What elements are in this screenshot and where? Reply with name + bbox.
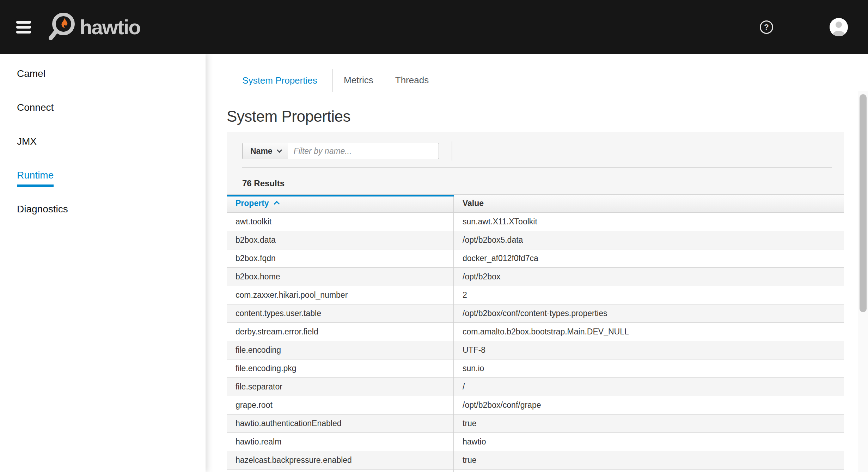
table-row: hawtio.realmhawtio [227, 432, 844, 451]
user-avatar-icon[interactable] [830, 18, 848, 36]
results-count: 76 Results [242, 178, 844, 188]
caret-up-icon [274, 201, 280, 207]
column-header-value-label: Value [463, 199, 484, 208]
property-cell: awt.toolkit [227, 212, 454, 231]
tab-list: System PropertiesMetricsThreads [227, 69, 844, 92]
brand-logo[interactable]: hawtio [45, 11, 140, 44]
sorted-column-indicator [227, 195, 454, 196]
sidebar-nav: CamelConnectJMXRuntimeDiagnostics [0, 54, 206, 472]
value-cell: /opt/b2box [454, 267, 844, 286]
table-row: com.zaxxer.hikari.pool_number2 [227, 286, 844, 304]
question-circle-icon[interactable]: ? [760, 20, 773, 34]
table-row: b2box.data/opt/b2box5.data [227, 231, 844, 249]
table-row-partial [227, 469, 844, 472]
table-row: content.types.user.table/opt/b2box/conf/… [227, 304, 844, 322]
value-cell: 2 [454, 286, 844, 304]
table-row: file.encodingUTF-8 [227, 341, 844, 359]
main-content: System PropertiesMetricsThreads System P… [227, 54, 844, 472]
value-cell: hawtio [454, 432, 844, 451]
value-cell: true [454, 414, 844, 432]
table-body: awt.toolkitsun.awt.X11.XToolkitb2box.dat… [227, 212, 844, 472]
chevron-down-icon [276, 147, 282, 153]
filter-attribute-dropdown[interactable]: Name [242, 143, 288, 159]
tab-threads[interactable]: Threads [384, 69, 440, 92]
filter-attribute-label: Name [250, 146, 273, 156]
value-cell: docker_af012f0fd7ca [454, 249, 844, 267]
table-row: file.separator/ [227, 377, 844, 396]
filter-input[interactable] [288, 143, 439, 159]
tab-metrics[interactable]: Metrics [333, 69, 384, 92]
table-row: hawtio.authenticationEnabledtrue [227, 414, 844, 432]
value-cell: sun.io [454, 359, 844, 377]
property-cell: derby.stream.error.field [227, 322, 454, 341]
scrollbar-track[interactable] [858, 91, 868, 472]
sidebar-item-connect[interactable]: Connect [0, 91, 206, 125]
property-cell: com.zaxxer.hikari.pool_number [227, 286, 454, 304]
sidebar-item-label: JMX [17, 136, 37, 153]
property-cell: grape.root [227, 396, 454, 414]
property-cell: file.encoding.pkg [227, 359, 454, 377]
property-cell: hazelcast.backpressure.enabled [227, 451, 454, 469]
column-header-property[interactable]: Property [227, 195, 454, 212]
toolbar-separator [242, 167, 832, 168]
table-row: grape.root/opt/b2box/conf/grape [227, 396, 844, 414]
table-row: file.encoding.pkgsun.io [227, 359, 844, 377]
toolbar-divider [452, 141, 452, 161]
value-cell: /opt/b2box/conf/content-types.properties [454, 304, 844, 322]
table-row: b2box.home/opt/b2box [227, 267, 844, 286]
column-header-property-label: Property [236, 199, 269, 208]
sidebar-item-runtime[interactable]: Runtime [0, 158, 206, 192]
hamburger-icon[interactable] [16, 21, 31, 34]
scrollbar-thumb[interactable] [860, 94, 867, 312]
tab-system-properties[interactable]: System Properties [227, 69, 333, 92]
table-row: hazelcast.backpressure.enabledtrue [227, 451, 844, 469]
system-properties-table: Property Value awt.toolkitsun.awt.X11.XT… [227, 195, 844, 472]
sidebar-item-label: Camel [17, 68, 45, 85]
value-cell: true [454, 451, 844, 469]
property-cell: content.types.user.table [227, 304, 454, 322]
value-cell: / [454, 377, 844, 396]
filter-toolbar: Name 76 Results [227, 132, 844, 195]
sidebar-item-jmx[interactable]: JMX [0, 125, 206, 158]
property-cell: file.separator [227, 377, 454, 396]
sidebar-item-label: Runtime [17, 170, 54, 187]
sidebar-item-diagnostics[interactable]: Diagnostics [0, 192, 206, 226]
column-header-value[interactable]: Value [454, 195, 844, 212]
page-title: System Properties [227, 108, 844, 125]
magnifier-flame-icon [45, 11, 82, 44]
sidebar-item-label: Connect [17, 102, 54, 119]
filter-row: Name [227, 141, 844, 161]
application-window: hawtio ? CamelConnectJMXRuntimeDiagnosti… [0, 0, 868, 472]
value-cell: /opt/b2box5.data [454, 231, 844, 249]
property-cell: b2box.data [227, 231, 454, 249]
table-row: derby.stream.error.fieldcom.amalto.b2box… [227, 322, 844, 341]
table-row: awt.toolkitsun.awt.X11.XToolkit [227, 212, 844, 231]
masthead: hawtio ? [0, 0, 868, 54]
property-cell: b2box.home [227, 267, 454, 286]
brand-text: hawtio [80, 15, 140, 39]
value-cell: sun.awt.X11.XToolkit [454, 212, 844, 231]
value-cell: UTF-8 [454, 341, 844, 359]
table-header-row: Property Value [227, 195, 844, 212]
sidebar-item-label: Diagnostics [17, 204, 68, 221]
table-row: b2box.fqdndocker_af012f0fd7ca [227, 249, 844, 267]
value-cell: com.amalto.b2box.bootstrap.Main.DEV_NULL [454, 322, 844, 341]
property-cell: hawtio.authenticationEnabled [227, 414, 454, 432]
sidebar-item-camel[interactable]: Camel [0, 57, 206, 91]
property-cell: b2box.fqdn [227, 249, 454, 267]
value-cell: /opt/b2box/conf/grape [454, 396, 844, 414]
property-cell: hawtio.realm [227, 432, 454, 451]
property-cell: file.encoding [227, 341, 454, 359]
